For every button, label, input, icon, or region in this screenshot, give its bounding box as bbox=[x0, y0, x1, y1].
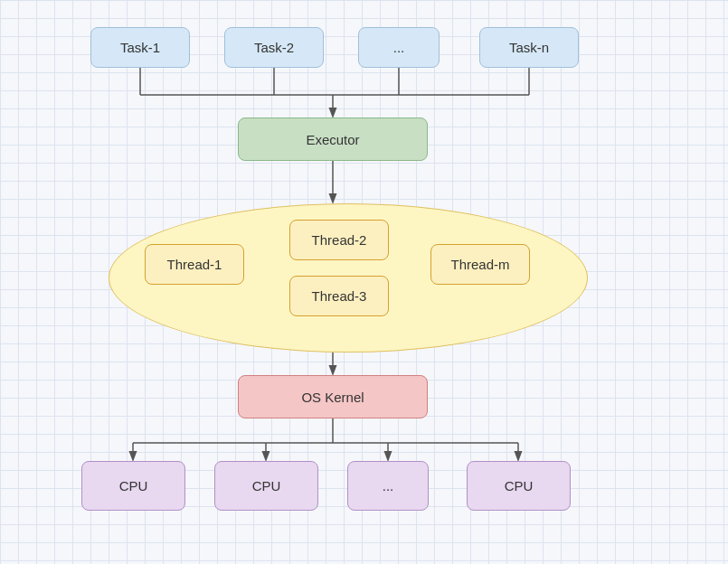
cpu-1-label: CPU bbox=[119, 478, 148, 494]
executor-label: Executor bbox=[306, 132, 359, 147]
cpu-1-box: CPU bbox=[81, 461, 185, 511]
executor-box: Executor bbox=[238, 118, 428, 161]
thread-2-box: Thread-2 bbox=[289, 220, 389, 260]
cpu-dots-label: ... bbox=[383, 478, 394, 494]
task-n-box: Task-n bbox=[479, 27, 579, 68]
thread-1-box: Thread-1 bbox=[145, 244, 244, 285]
task-dots-box: ... bbox=[358, 27, 440, 68]
cpu-dots-box: ... bbox=[347, 461, 429, 511]
task-1-label: Task-1 bbox=[120, 40, 160, 55]
kernel-label: OS Kernel bbox=[301, 390, 364, 405]
kernel-box: OS Kernel bbox=[238, 375, 428, 418]
thread-m-box: Thread-m bbox=[430, 244, 530, 285]
thread-2-label: Thread-2 bbox=[312, 232, 367, 248]
task-dots-label: ... bbox=[393, 40, 405, 55]
task-n-label: Task-n bbox=[509, 40, 549, 55]
task-2-label: Task-2 bbox=[254, 40, 294, 55]
cpu-2-box: CPU bbox=[214, 461, 318, 511]
diagram: Task-1 Task-2 ... Task-n Executor Thread… bbox=[0, 0, 728, 564]
task-2-box: Task-2 bbox=[224, 27, 324, 68]
thread-3-label: Thread-3 bbox=[312, 288, 367, 304]
cpu-n-label: CPU bbox=[505, 478, 534, 494]
cpu-2-label: CPU bbox=[252, 478, 281, 494]
thread-1-label: Thread-1 bbox=[167, 257, 222, 272]
cpu-n-box: CPU bbox=[467, 461, 571, 511]
thread-m-label: Thread-m bbox=[450, 257, 509, 272]
thread-3-box: Thread-3 bbox=[289, 276, 389, 316]
task-1-box: Task-1 bbox=[90, 27, 190, 68]
